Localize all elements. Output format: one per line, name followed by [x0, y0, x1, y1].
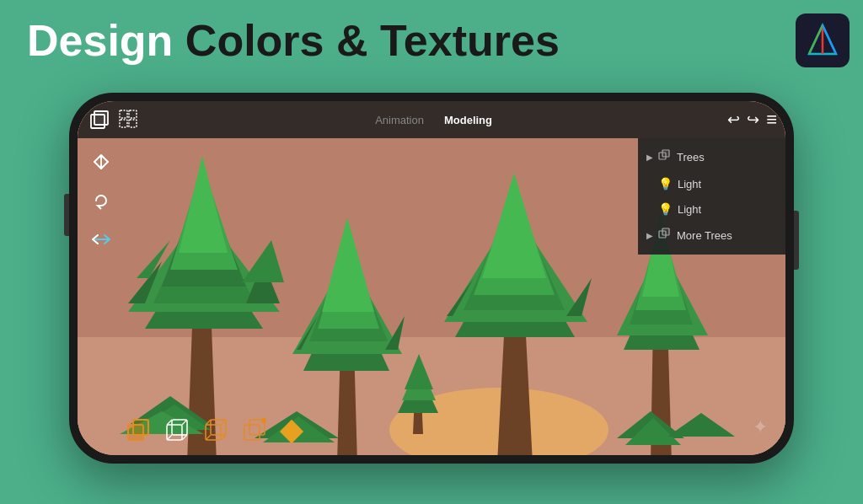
left-panel [78, 138, 125, 455]
right-panel: ▶ Trees 💡 Light 💡 [638, 138, 785, 255]
bottom-toolbar [125, 416, 300, 447]
more-trees-group-label: More Trees [677, 229, 732, 242]
header-design-word: Design [27, 16, 173, 65]
phone-wrapper: Animation Modeling ↩ ↪ ≡ [69, 93, 794, 464]
light-2-label: Light [678, 203, 701, 216]
topbar-right: ↩ ↪ ≡ [727, 109, 785, 131]
redo-button[interactable]: ↪ [747, 110, 759, 129]
light-1-label: Light [678, 178, 701, 190]
svg-rect-57 [120, 110, 127, 118]
svg-line-71 [167, 435, 172, 440]
cube-solid-button[interactable] [125, 416, 155, 447]
logo-icon [804, 22, 841, 59]
light-2-icon: 💡 [658, 202, 673, 216]
cube-orange-wire-button[interactable] [202, 416, 233, 447]
svg-rect-59 [120, 120, 127, 127]
svg-rect-64 [662, 228, 669, 235]
header-rest-text: Colors & Textures [185, 16, 560, 65]
svg-text:✦: ✦ [753, 416, 768, 437]
outliner-trees-group[interactable]: ▶ Trees [638, 143, 785, 171]
undo-button[interactable]: ↩ [727, 110, 740, 129]
phone-frame: Animation Modeling ↩ ↪ ≡ [69, 93, 794, 464]
move-icon[interactable] [88, 226, 115, 253]
menu-button[interactable]: ≡ [766, 109, 777, 131]
svg-point-81 [261, 418, 266, 423]
more-trees-expand-arrow: ▶ [646, 231, 653, 240]
phone-screen: Animation Modeling ↩ ↪ ≡ [78, 101, 785, 455]
watermark: ✦ [745, 411, 775, 445]
select-icon[interactable] [118, 109, 140, 131]
svg-line-76 [221, 420, 226, 425]
topbar-left [78, 108, 140, 131]
svg-line-78 [221, 435, 226, 440]
diamond-button[interactable] [280, 420, 303, 443]
svg-line-77 [206, 435, 211, 440]
cube-dot-button[interactable] [241, 416, 271, 447]
animation-tab[interactable]: Animation [375, 114, 424, 126]
svg-rect-62 [662, 150, 669, 157]
rotate-icon[interactable] [88, 187, 115, 214]
trees-group-label: Trees [677, 151, 705, 164]
logo-box [796, 13, 850, 67]
trees-expand-arrow: ▶ [646, 153, 653, 162]
cube-wireframe-button[interactable] [163, 416, 194, 447]
svg-rect-79 [244, 425, 260, 440]
svg-rect-60 [129, 120, 137, 127]
more-trees-group-icon [658, 228, 672, 244]
svg-line-70 [182, 420, 187, 425]
outliner-more-trees-group[interactable]: ▶ More Trees [638, 222, 785, 249]
cube-icon[interactable] [88, 108, 111, 131]
outliner-light-2[interactable]: 💡 Light [638, 196, 785, 222]
topbar: Animation Modeling ↩ ↪ ≡ [78, 101, 785, 138]
svg-line-72 [182, 435, 187, 440]
svg-line-3 [823, 25, 836, 54]
topbar-center: Animation Modeling [140, 114, 727, 126]
svg-rect-66 [133, 420, 148, 435]
svg-line-69 [167, 420, 172, 425]
trees-group-icon [658, 149, 672, 165]
transform-icon[interactable] [88, 148, 115, 175]
light-1-icon: 💡 [658, 177, 673, 190]
header-title: Design Colors & Textures [27, 17, 560, 65]
svg-line-2 [809, 25, 823, 54]
svg-rect-58 [129, 110, 137, 118]
svg-line-75 [206, 420, 211, 425]
svg-rect-56 [94, 111, 108, 125]
modeling-tab[interactable]: Modeling [444, 114, 492, 126]
outliner-light-1[interactable]: 💡 Light [638, 171, 785, 196]
